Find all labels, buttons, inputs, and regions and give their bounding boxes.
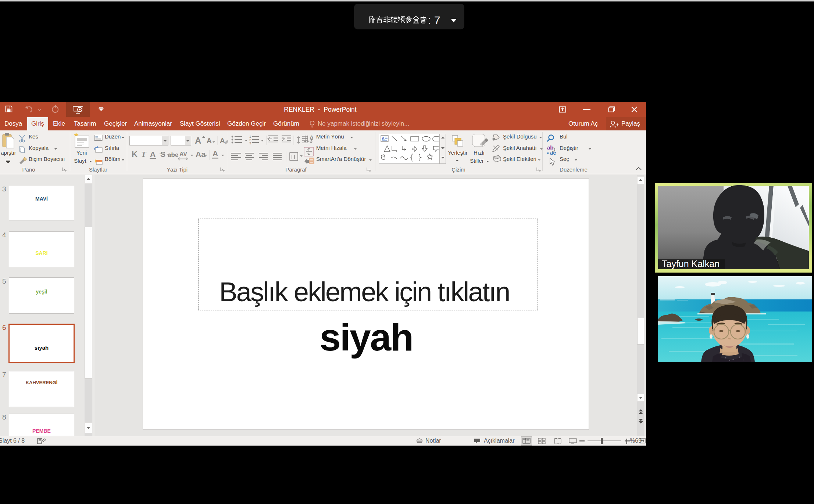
svg-text:A: A xyxy=(220,137,225,144)
svg-text:A: A xyxy=(382,136,385,141)
svg-text:K: K xyxy=(132,150,138,159)
svg-text:A: A xyxy=(310,135,314,140)
svg-text:A: A xyxy=(213,149,218,158)
svg-text:: 7: : 7 xyxy=(428,14,440,26)
svg-text:T: T xyxy=(141,150,147,159)
svg-text:Aa: Aa xyxy=(196,150,206,158)
svg-text:A: A xyxy=(150,150,156,158)
svg-text:ac: ac xyxy=(550,150,556,156)
svg-text:Tayfun Kalkan: Tayfun Kalkan xyxy=(662,259,720,269)
svg-text:abe: abe xyxy=(168,151,178,158)
svg-text:A: A xyxy=(195,136,201,145)
svg-text:3: 3 xyxy=(249,141,251,145)
svg-text:A: A xyxy=(207,137,212,144)
svg-text:AV: AV xyxy=(179,151,187,157)
